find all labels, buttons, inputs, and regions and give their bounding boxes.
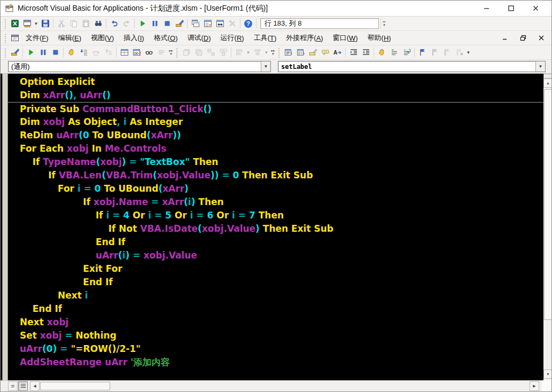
code-line: For i = 0 To UBound(xArr) bbox=[8, 182, 543, 195]
menu-item-insert[interactable]: 插入(I) bbox=[119, 31, 149, 45]
menu-item-edit[interactable]: 编辑(E) bbox=[53, 31, 86, 45]
toolbar-options-icon[interactable]: ▪▪▾ bbox=[380, 18, 387, 29]
next-bookmark-icon bbox=[429, 46, 441, 59]
step-into-icon[interactable] bbox=[77, 46, 90, 59]
scroll-up-icon[interactable]: ▲ bbox=[543, 79, 552, 88]
menu-item-run[interactable]: 运行(R) bbox=[216, 31, 249, 45]
minimize-button[interactable] bbox=[482, 4, 491, 13]
mdi-close-button[interactable] bbox=[538, 34, 545, 42]
horizontal-scrollbar[interactable]: ◀ ▶ bbox=[1, 380, 552, 391]
full-module-view-button[interactable] bbox=[18, 381, 28, 391]
copy-icon bbox=[67, 18, 80, 30]
line-column-indicator: 行 183, 列 8 bbox=[260, 18, 379, 29]
overflow-icon[interactable]: ▸▸▾ bbox=[167, 46, 173, 59]
toolbar-separator bbox=[374, 48, 374, 57]
save-icon[interactable] bbox=[39, 18, 51, 30]
split-handle[interactable] bbox=[543, 74, 552, 79]
toolbar-separator bbox=[240, 19, 240, 28]
close-button[interactable] bbox=[531, 4, 540, 13]
run-icon[interactable] bbox=[136, 18, 149, 30]
code-line: Exit For bbox=[8, 262, 543, 276]
code-editor[interactable]: Option ExplicitDim xArr(), uArr()Private… bbox=[1, 74, 552, 380]
margin-indicator-bar[interactable] bbox=[2, 74, 8, 380]
toolbar-separator bbox=[134, 19, 135, 28]
scroll-left-icon[interactable]: ◀ bbox=[30, 381, 40, 391]
debug-edit-toolbar: ▸▸▾▼▼▸▸▾A➔▼ bbox=[1, 45, 551, 60]
code-line: Set xobj = Nothing bbox=[8, 329, 543, 342]
maximize-button[interactable] bbox=[507, 4, 515, 13]
properties-window-icon[interactable] bbox=[201, 18, 214, 30]
object-combobox[interactable]: (通用) ▼ bbox=[8, 61, 271, 72]
toolbar-separator bbox=[414, 48, 415, 57]
menu-item-help[interactable]: 帮助(H) bbox=[363, 31, 396, 45]
run-icon[interactable] bbox=[25, 46, 37, 59]
toolbar-grip[interactable] bbox=[4, 47, 6, 58]
break-icon[interactable] bbox=[149, 18, 161, 30]
menu-item-view[interactable]: 视图(V) bbox=[86, 31, 119, 45]
view-userform-icon[interactable] bbox=[21, 18, 33, 30]
design-mode-icon[interactable] bbox=[9, 46, 21, 59]
scroll-right-icon[interactable]: ▶ bbox=[530, 381, 539, 391]
help-icon[interactable]: ? bbox=[242, 18, 254, 30]
scroll-down-icon[interactable]: ▼ bbox=[543, 370, 552, 379]
menu-item-format[interactable]: 格式(O) bbox=[149, 31, 183, 45]
vertical-scroll-thumb[interactable] bbox=[544, 89, 552, 320]
menu-item-debug[interactable]: 调试(D) bbox=[182, 31, 215, 45]
procedure-view-button[interactable] bbox=[8, 381, 18, 391]
menu-item-tools[interactable]: 工具(T) bbox=[249, 31, 282, 45]
code-text[interactable]: Option ExplicitDim xArr(), uArr()Private… bbox=[8, 74, 543, 380]
menu-item-add-ins[interactable]: 外接程序(A) bbox=[281, 31, 328, 45]
quick-info-icon[interactable] bbox=[307, 46, 319, 59]
locals-window-icon[interactable] bbox=[118, 46, 130, 59]
complete-word-icon[interactable]: A➔ bbox=[331, 46, 344, 59]
find-icon[interactable] bbox=[92, 18, 104, 30]
dropdown-arrow-icon[interactable]: ▼ bbox=[465, 46, 471, 59]
code-line: Option Explicit bbox=[8, 75, 543, 89]
hand-icon[interactable] bbox=[65, 46, 77, 59]
group-icon bbox=[205, 46, 217, 59]
chevron-down-icon[interactable]: ▼ bbox=[535, 61, 545, 72]
menu-item-window[interactable]: 窗口(W) bbox=[328, 31, 363, 45]
menu-item-file[interactable]: 文件(F) bbox=[21, 31, 53, 45]
toolbox-icon bbox=[226, 18, 238, 30]
indent-icon[interactable] bbox=[347, 46, 360, 59]
uncomment-block-icon[interactable] bbox=[400, 46, 413, 59]
mdi-restore-button[interactable] bbox=[519, 34, 527, 42]
toolbar-grip[interactable] bbox=[277, 47, 280, 58]
send-to-back-icon bbox=[192, 46, 205, 59]
paste-icon bbox=[80, 18, 92, 30]
quick-watch-icon[interactable] bbox=[143, 46, 155, 59]
mdi-minimize-button[interactable] bbox=[501, 34, 509, 42]
code-line: ReDim uArr(0 To UBound(xArr)) bbox=[8, 129, 543, 142]
procedure-combobox[interactable]: setLabel ▼ bbox=[278, 61, 546, 72]
reset-icon[interactable] bbox=[161, 18, 173, 30]
break-icon[interactable] bbox=[37, 46, 49, 59]
project-explorer-icon[interactable] bbox=[189, 18, 201, 30]
toolbar-grip[interactable] bbox=[4, 18, 6, 29]
toolbar-grip[interactable] bbox=[4, 33, 6, 43]
design-mode-icon[interactable] bbox=[173, 18, 185, 30]
toolbar-separator bbox=[116, 48, 116, 57]
list-properties-icon[interactable] bbox=[282, 46, 294, 59]
reset-icon[interactable] bbox=[49, 46, 61, 59]
vertical-scrollbar[interactable]: ▲ ▼ bbox=[543, 74, 552, 380]
list-constants-icon[interactable] bbox=[294, 46, 307, 59]
comment-block-icon[interactable] bbox=[388, 46, 400, 59]
object-browser-icon[interactable] bbox=[214, 18, 226, 30]
outdent-icon[interactable] bbox=[360, 46, 372, 59]
horizontal-scroll-thumb[interactable] bbox=[40, 382, 110, 390]
overflow-icon[interactable]: ▸▸▾ bbox=[269, 46, 275, 59]
chevron-down-icon[interactable]: ▼ bbox=[261, 61, 270, 72]
watch-window-icon[interactable] bbox=[130, 46, 143, 59]
parameter-info-icon[interactable] bbox=[319, 46, 331, 59]
hand-icon[interactable] bbox=[376, 46, 388, 59]
scrollbar-corner bbox=[542, 380, 551, 391]
code-line: uArr(0) = "=ROW()/2-1" bbox=[8, 342, 543, 356]
toggle-bookmark-icon[interactable] bbox=[416, 46, 429, 59]
excel-icon[interactable] bbox=[9, 18, 21, 30]
code-line: If i = 4 Or i = 5 Or i = 6 Or i = 7 Then bbox=[8, 209, 543, 222]
toolbar-grip[interactable] bbox=[175, 47, 178, 58]
undo-icon[interactable] bbox=[108, 18, 120, 30]
dropdown-arrow-icon[interactable]: ▼ bbox=[33, 18, 39, 30]
code-line: End If bbox=[8, 302, 543, 316]
